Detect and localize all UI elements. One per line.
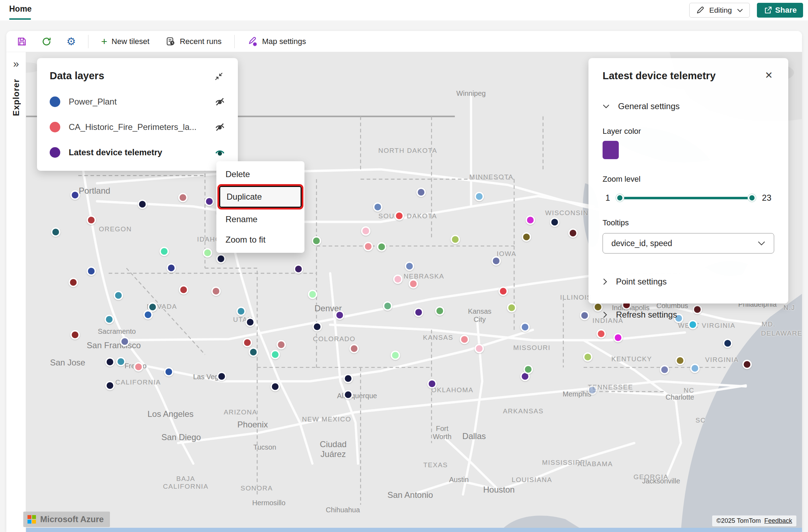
device-telemetry-dot[interactable] xyxy=(70,330,80,339)
refresh-button[interactable] xyxy=(39,34,54,49)
menu-item-zoom-to-fit[interactable]: Zoom to fit xyxy=(216,230,304,250)
map-settings-button[interactable]: Map settings xyxy=(244,34,310,49)
device-telemetry-dot[interactable] xyxy=(474,344,484,353)
feedback-link[interactable]: Feedback xyxy=(764,517,792,525)
device-telemetry-dot[interactable] xyxy=(249,347,258,357)
device-telemetry-dot[interactable] xyxy=(277,340,286,350)
device-telemetry-dot[interactable] xyxy=(742,360,752,369)
device-telemetry-dot[interactable] xyxy=(377,242,386,252)
zoom-slider-handle-min[interactable] xyxy=(616,194,624,202)
device-telemetry-dot[interactable] xyxy=(676,356,685,365)
device-telemetry-dot[interactable] xyxy=(236,307,246,316)
tab-home[interactable]: Home xyxy=(9,4,32,14)
device-telemetry-dot[interactable] xyxy=(416,187,426,197)
device-telemetry-dot[interactable] xyxy=(364,242,373,251)
device-telemetry-dot[interactable] xyxy=(104,315,114,324)
device-telemetry-dot[interactable] xyxy=(105,381,115,390)
layer-row-1[interactable]: CA_Historic_Fire_Perimeters_la... xyxy=(50,116,225,138)
share-button[interactable]: Share xyxy=(757,3,803,18)
device-telemetry-dot[interactable] xyxy=(270,350,280,359)
device-telemetry-dot[interactable] xyxy=(134,362,143,372)
point-settings-toggle[interactable]: Point settings xyxy=(603,277,774,287)
device-telemetry-dot[interactable] xyxy=(723,339,732,348)
device-telemetry-dot[interactable] xyxy=(70,190,80,200)
device-telemetry-dot[interactable] xyxy=(688,320,697,330)
layer-row-0[interactable]: Power_Plant xyxy=(50,90,225,113)
device-telemetry-dot[interactable] xyxy=(383,301,393,311)
visibility-on-icon[interactable] xyxy=(215,147,225,158)
device-telemetry-dot[interactable] xyxy=(204,196,214,206)
tileset-settings-button[interactable]: ⚙ xyxy=(63,34,79,49)
device-telemetry-dot[interactable] xyxy=(660,365,670,375)
explorer-label[interactable]: Explorer xyxy=(11,79,21,116)
device-telemetry-dot[interactable] xyxy=(474,192,484,201)
device-telemetry-dot[interactable] xyxy=(116,357,125,367)
device-telemetry-dot[interactable] xyxy=(166,263,176,273)
device-telemetry-dot[interactable] xyxy=(114,291,123,300)
device-telemetry-dot[interactable] xyxy=(294,264,303,274)
device-telemetry-dot[interactable] xyxy=(523,364,533,374)
zoom-slider-handle-max[interactable] xyxy=(748,194,756,202)
device-telemetry-dot[interactable] xyxy=(335,310,344,320)
menu-item-duplicate[interactable]: Duplicate xyxy=(219,186,302,208)
device-telemetry-dot[interactable] xyxy=(350,344,359,353)
device-telemetry-dot[interactable] xyxy=(690,364,700,373)
device-telemetry-dot[interactable] xyxy=(86,266,96,276)
editing-mode-dropdown[interactable]: Editing xyxy=(689,3,750,18)
device-telemetry-dot[interactable] xyxy=(312,322,322,331)
device-telemetry-dot[interactable] xyxy=(373,202,382,212)
collapse-panel-icon[interactable] xyxy=(212,70,225,83)
recent-runs-button[interactable]: Recent runs xyxy=(162,35,225,49)
device-telemetry-dot[interactable] xyxy=(593,302,603,312)
device-telemetry-dot[interactable] xyxy=(270,382,280,392)
device-telemetry-dot[interactable] xyxy=(203,248,212,257)
visibility-off-icon[interactable] xyxy=(215,122,225,132)
device-telemetry-dot[interactable] xyxy=(427,379,437,388)
device-telemetry-dot[interactable] xyxy=(343,390,353,400)
device-telemetry-dot[interactable] xyxy=(343,374,353,383)
device-telemetry-dot[interactable] xyxy=(520,322,530,332)
device-telemetry-dot[interactable] xyxy=(568,228,578,238)
device-telemetry-dot[interactable] xyxy=(143,310,153,319)
device-telemetry-dot[interactable] xyxy=(522,232,531,242)
device-telemetry-dot[interactable] xyxy=(499,286,508,296)
device-telemetry-dot[interactable] xyxy=(408,279,418,289)
device-telemetry-dot[interactable] xyxy=(550,217,559,227)
device-telemetry-dot[interactable] xyxy=(246,318,255,327)
expand-explorer-icon[interactable]: » xyxy=(13,58,19,69)
device-telemetry-dot[interactable] xyxy=(393,274,402,284)
device-telemetry-dot[interactable] xyxy=(242,338,252,347)
device-telemetry-dot[interactable] xyxy=(120,337,129,346)
device-telemetry-dot[interactable] xyxy=(435,306,444,315)
device-telemetry-dot[interactable] xyxy=(507,303,517,313)
device-telemetry-dot[interactable] xyxy=(395,211,404,220)
device-telemetry-dot[interactable] xyxy=(105,357,115,367)
visibility-off-icon[interactable] xyxy=(215,96,225,107)
menu-item-rename[interactable]: Rename xyxy=(216,209,304,230)
device-telemetry-dot[interactable] xyxy=(312,236,321,245)
device-telemetry-dot[interactable] xyxy=(450,234,460,244)
close-icon[interactable]: ✕ xyxy=(763,70,774,81)
device-telemetry-dot[interactable] xyxy=(588,385,597,395)
layer-row-2[interactable]: Latest device telemetry xyxy=(50,141,225,164)
device-telemetry-dot[interactable] xyxy=(138,200,147,209)
device-telemetry-dot[interactable] xyxy=(391,351,400,360)
device-telemetry-dot[interactable] xyxy=(178,193,187,202)
device-telemetry-dot[interactable] xyxy=(51,227,60,237)
device-telemetry-dot[interactable] xyxy=(583,352,593,362)
device-telemetry-dot[interactable] xyxy=(308,290,317,299)
device-telemetry-dot[interactable] xyxy=(580,311,590,320)
tooltips-dropdown[interactable]: device_id, speed xyxy=(603,233,774,254)
menu-item-delete[interactable]: Delete xyxy=(216,164,304,184)
device-telemetry-dot[interactable] xyxy=(216,254,226,264)
device-telemetry-dot[interactable] xyxy=(159,246,169,256)
device-telemetry-dot[interactable] xyxy=(596,329,606,339)
device-telemetry-dot[interactable] xyxy=(217,372,226,381)
layer-color-swatch[interactable] xyxy=(603,141,619,159)
device-telemetry-dot[interactable] xyxy=(414,307,424,317)
general-settings-toggle[interactable]: General settings xyxy=(603,101,774,111)
device-telemetry-dot[interactable] xyxy=(492,256,501,265)
device-telemetry-dot[interactable] xyxy=(460,335,469,344)
device-telemetry-dot[interactable] xyxy=(526,215,535,225)
zoom-slider-track[interactable] xyxy=(620,197,752,199)
